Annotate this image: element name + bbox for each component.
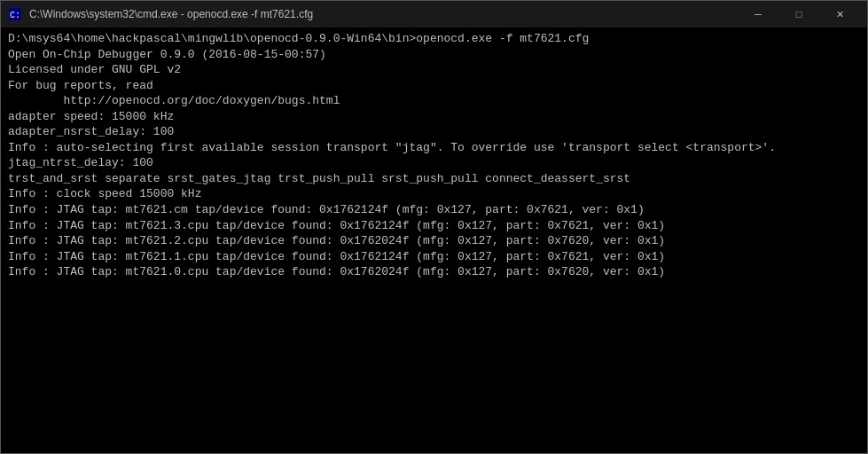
terminal-line: Info : JTAG tap: mt7621.2.cpu tap/device… <box>8 233 860 249</box>
terminal-output: D:\msys64\home\hackpascal\mingwlib\openo… <box>1 27 867 453</box>
terminal-line: Licensed under GNU GPL v2 <box>8 62 860 78</box>
terminal-line: Info : JTAG tap: mt7621.cm tap/device fo… <box>8 202 860 218</box>
terminal-line: adapter speed: 15000 kHz <box>8 109 860 125</box>
terminal-line: For bug reports, read <box>8 78 860 94</box>
minimize-button[interactable]: ─ <box>738 1 778 27</box>
terminal-line: Info : JTAG tap: mt7621.1.cpu tap/device… <box>8 249 860 265</box>
terminal-line: Info : JTAG tap: mt7621.3.cpu tap/device… <box>8 218 860 234</box>
titlebar: C: C:\Windows\system32\cmd.exe - openocd… <box>1 1 867 27</box>
terminal-line: trst_and_srst separate srst_gates_jtag t… <box>8 171 860 187</box>
terminal-line: jtag_ntrst_delay: 100 <box>8 155 860 171</box>
terminal-line: http://openocd.org/doc/doxygen/bugs.html <box>8 93 860 109</box>
terminal-line: D:\msys64\home\hackpascal\mingwlib\openo… <box>8 31 860 47</box>
cmd-window: C: C:\Windows\system32\cmd.exe - openocd… <box>0 0 868 454</box>
maximize-button[interactable]: □ <box>778 1 819 27</box>
window-controls: ─ □ ✕ <box>738 1 860 27</box>
terminal-line: Open On-Chip Debugger 0.9.0 (2016-08-15-… <box>8 47 860 63</box>
terminal-line: Info : JTAG tap: mt7621.0.cpu tap/device… <box>8 264 860 280</box>
terminal-line: Info : clock speed 15000 kHz <box>8 186 860 202</box>
terminal-line: Info : auto-selecting first available se… <box>8 140 860 156</box>
terminal-line: adapter_nsrst_delay: 100 <box>8 124 860 140</box>
svg-text:C:: C: <box>10 11 20 20</box>
window-title: C:\Windows\system32\cmd.exe - openocd.ex… <box>29 8 313 20</box>
cmd-icon: C: <box>8 7 22 21</box>
close-button[interactable]: ✕ <box>819 1 860 27</box>
titlebar-left: C: C:\Windows\system32\cmd.exe - openocd… <box>8 7 313 21</box>
